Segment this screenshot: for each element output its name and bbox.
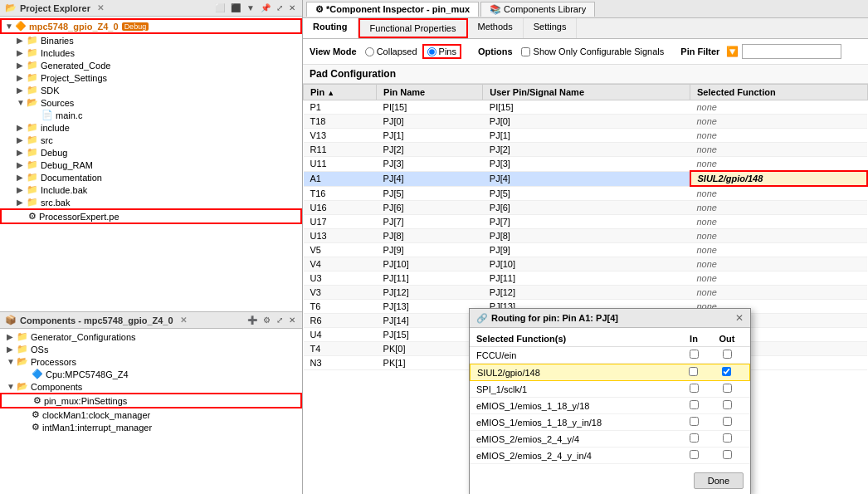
tree-item-debug-ram[interactable]: ▶ 📁 Debug_RAM [0,159,302,171]
tree-item-debug[interactable]: ▶ 📁 Debug [0,146,302,159]
table-row[interactable]: U11 PJ[3] PJ[3] none [304,157,868,172]
tab-routing[interactable]: Routing [303,18,358,38]
tree-item-src-bak[interactable]: ▶ 📁 src.bak [0,196,302,208]
tree-item-sdk[interactable]: ▶ 📁 SDK [0,84,302,96]
table-row[interactable]: U16 PJ[6] PJ[6] none [304,201,868,215]
table-row[interactable]: P1 PI[15] PI[15] none [304,100,868,115]
tree-item-generated-code[interactable]: ▶ 📁 Generated_Code [0,59,302,71]
comp-cpu[interactable]: 🔷 Cpu:MPC5748G_Z4 [0,368,302,380]
tree-item-project-settings[interactable]: ▶ 📁 Project_Settings [0,71,302,84]
radio-pins[interactable]: Pins [422,44,461,59]
out-checkbox-0[interactable] [723,350,732,359]
tree-item-includes[interactable]: ▶ 📁 Includes [0,46,302,59]
root-arrow: ▼ [5,22,13,31]
comp-int-manager[interactable]: ⚙ intMan1:interrupt_manager [0,421,302,433]
table-row[interactable]: R11 PJ[2] PJ[2] none [304,143,868,157]
in-checkbox-0[interactable] [690,350,699,359]
pad-config-header: Pad Configuration [303,65,868,84]
dialog-row-item[interactable]: eMIOS_1/emios_1_18_y/18 [470,398,750,414]
tab-functional-properties[interactable]: Functional Properties [358,18,468,38]
maximize-icon[interactable]: ⤢ [275,2,285,13]
show-configurable-checkbox[interactable] [521,47,530,56]
close-panel-icon[interactable]: ✕ [287,2,297,13]
comp-pin-mux[interactable]: ⚙ pin_mux:PinSettings [0,393,302,408]
tab-components-library[interactable]: 📚 Components Library [480,2,595,17]
dialog-row-item[interactable]: SPI_1/sclk/1 [470,381,750,398]
comp-processors[interactable]: ▼ 📂 Processors [0,355,302,368]
tree-item-sources[interactable]: ▼ 📂 Sources [0,96,302,109]
expand-icon[interactable]: ⬛ [229,2,242,13]
out-checkbox-6[interactable] [723,450,732,459]
pin-filter-label: Pin Filter [680,46,719,56]
tree-item-include[interactable]: ▶ 📁 include [0,121,302,134]
component-menu-icon[interactable]: ⚙ [261,315,272,325]
comp-clock-manager[interactable]: ⚙ clockMan1:clock_manager [0,408,302,421]
out-checkbox-3[interactable] [723,400,732,409]
components-tree: ▶ 📁 Generator_Configurations ▶ 📁 OSs ▼ 📂… [0,329,302,494]
selected-func-cell: none [690,115,868,129]
table-row[interactable]: U13 PJ[8] PJ[8] none [304,229,868,243]
done-button[interactable]: Done [694,472,744,489]
view-mode-row: View Mode Collapsed Pins Options Show On… [303,39,868,65]
table-row[interactable]: T18 PJ[0] PJ[0] none [304,115,868,129]
collapse-icon[interactable]: ⬜ [213,2,227,13]
comp-components-folder[interactable]: ▼ 📂 Components [0,380,302,393]
table-row[interactable]: V13 PJ[1] PJ[1] none [304,129,868,143]
in-checkbox-2[interactable] [690,384,699,393]
component-maximize-icon[interactable]: ⤢ [275,315,285,325]
col-pin-name: Pin Name [377,85,483,100]
selected-func-cell: none [690,143,868,157]
show-configurable-label[interactable]: Show Only Configurable Signals [521,46,665,56]
dialog-row-item[interactable]: eMIOS_2/emios_2_4_y_in/4 [470,448,750,464]
table-row[interactable]: V3 PJ[12] PJ[12] none [304,286,868,300]
tree-item-include-bak[interactable]: ▶ 📁 Include.bak [0,183,302,196]
project-root[interactable]: ▼ 🔶 mpc5748_gpio_Z4_0 Debug [0,18,302,34]
radio-collapsed-input[interactable] [365,47,374,56]
out-checkbox-2[interactable] [723,384,732,393]
comp-gen-config[interactable]: ▶ 📁 Generator_Configurations [0,330,302,343]
tree-item-binaries[interactable]: ▶ 📁 Binaries [0,34,302,46]
pin-icon[interactable]: 📌 [259,2,272,13]
menu-icon[interactable]: ▼ [245,2,256,13]
pin-filter-input[interactable] [742,44,841,59]
tab-settings[interactable]: Settings [524,18,578,38]
in-checkbox-6[interactable] [690,450,699,459]
close-components-icon[interactable]: ✕ [180,315,187,325]
dialog-row-item[interactable]: SIUL2/gpio/148 [470,364,750,381]
selected-func-cell: none [690,229,868,243]
table-row[interactable]: A1 PJ[4] PJ[4] SIUL2/gpio/148 [304,171,868,186]
dialog-close-button[interactable]: ✕ [735,312,744,324]
radio-pins-input[interactable] [427,47,436,56]
tree-item-processor-expert[interactable]: ⚙ ProcessorExpert.pe [0,208,302,224]
component-close-icon[interactable]: ✕ [287,315,297,325]
close-icon[interactable]: ✕ [97,3,104,12]
add-component-icon[interactable]: ➕ [246,315,259,325]
tab-inspector[interactable]: ⚙ *Component Inspector - pin_mux [306,2,479,17]
out-checkbox-1[interactable] [722,367,731,376]
tree-item-documentation[interactable]: ▶ 📁 Documentation [0,171,302,183]
selected-func-cell: none [690,257,868,271]
dialog-footer: Done [470,467,750,494]
dialog-row-item[interactable]: eMIOS_2/emios_2_4_y/4 [470,431,750,448]
in-checkbox-3[interactable] [690,400,699,409]
dialog-row-item[interactable]: eMIOS_1/emios_1_18_y_in/18 [470,414,750,431]
table-row[interactable]: V5 PJ[9] PJ[9] none [304,243,868,257]
table-row[interactable]: U3 PJ[11] PJ[11] none [304,271,868,286]
out-checkbox-4[interactable] [723,417,732,426]
out-checkbox-5[interactable] [723,433,732,443]
tree-item-main-c[interactable]: 📄 main.c [0,109,302,121]
comp-oss[interactable]: ▶ 📁 OSs [0,343,302,355]
table-row[interactable]: U17 PJ[7] PJ[7] none [304,215,868,229]
radio-collapsed[interactable]: Collapsed [365,46,417,56]
library-icon: 📚 [490,4,501,14]
view-mode-label: View Mode [310,46,357,56]
in-checkbox-1[interactable] [689,367,698,376]
tree-item-src[interactable]: ▶ 📁 src [0,134,302,146]
table-row[interactable]: V4 PJ[10] PJ[10] none [304,257,868,271]
project-explorer-header: 📂 Project Explorer ✕ ⬜ ⬛ ▼ 📌 ⤢ ✕ [0,0,302,17]
in-checkbox-5[interactable] [690,433,699,443]
dialog-row-item[interactable]: FCCU/ein [470,347,750,364]
in-checkbox-4[interactable] [690,417,699,426]
table-row[interactable]: T16 PJ[5] PJ[5] none [304,186,868,201]
tab-methods[interactable]: Methods [468,18,524,38]
